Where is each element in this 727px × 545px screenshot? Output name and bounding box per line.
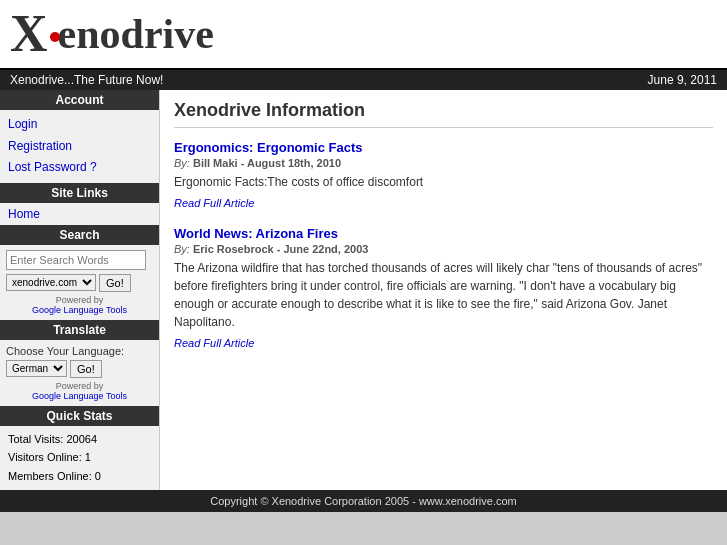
search-box: xenodrive.com Go! Powered by Google Lang…: [0, 245, 159, 320]
total-visits: Total Visits: 20064: [8, 430, 151, 449]
search-header: Search: [0, 225, 159, 245]
logo-x: X: [10, 8, 48, 60]
topbar: Xenodrive...The Future Now! June 9, 2011: [0, 70, 727, 90]
footer: Copyright © Xenodrive Corporation 2005 -…: [0, 490, 727, 512]
google-tools-link[interactable]: Google Language Tools: [32, 305, 127, 315]
members-online: Members Online: 0: [8, 467, 151, 486]
read-full-article-link-0[interactable]: Read Full Article: [174, 197, 254, 209]
article-item: Ergonomics: Ergonomic Facts By: Bill Mak…: [174, 140, 713, 210]
article-excerpt-0: Ergonomic Facts:The costs of office disc…: [174, 173, 713, 191]
translate-header: Translate: [0, 320, 159, 340]
account-links: Login Registration Lost Password ?: [0, 110, 159, 183]
home-link-container: Home: [0, 203, 159, 225]
visitors-online: Visitors Online: 1: [8, 448, 151, 467]
date: June 9, 2011: [648, 73, 717, 87]
article-read-more-0: Read Full Article: [174, 196, 713, 210]
search-powered-by: Powered by Google Language Tools: [6, 295, 153, 315]
search-input[interactable]: [6, 250, 146, 270]
google-language-tools-link[interactable]: Google Language Tools: [32, 391, 127, 401]
article-read-more-1: Read Full Article: [174, 336, 713, 350]
quick-stats: Total Visits: 20064 Visitors Online: 1 M…: [0, 426, 159, 490]
main-content: Xenodrive Information Ergonomics: Ergono…: [160, 90, 727, 490]
tagline: Xenodrive...The Future Now!: [10, 73, 163, 87]
main-divider: [174, 127, 713, 128]
article-excerpt-1: The Arizona wildfire that has torched th…: [174, 259, 713, 331]
read-full-article-link-1[interactable]: Read Full Article: [174, 337, 254, 349]
search-go-button[interactable]: Go!: [99, 274, 131, 292]
language-select[interactable]: German: [6, 360, 67, 377]
translate-powered-by: Powered by Google Language Tools: [6, 381, 153, 401]
registration-link[interactable]: Registration: [8, 136, 151, 158]
articles-list: Ergonomics: Ergonomic Facts By: Bill Mak…: [174, 140, 713, 350]
lost-password-link[interactable]: Lost Password ?: [8, 157, 151, 179]
footer-text: Copyright © Xenodrive Corporation 2005 -…: [210, 495, 516, 507]
search-site-select[interactable]: xenodrive.com: [6, 274, 96, 291]
home-link[interactable]: Home: [8, 207, 40, 221]
logo: X enodrive: [10, 8, 214, 60]
sidebar: Account Login Registration Lost Password…: [0, 90, 160, 490]
article-title-1: World News: Arizona Fires: [174, 226, 713, 241]
site-links-header: Site Links: [0, 183, 159, 203]
quick-stats-header: Quick Stats: [0, 406, 159, 426]
translate-go-button[interactable]: Go!: [70, 360, 102, 378]
logo-text: enodrive: [58, 10, 214, 58]
article-link-1[interactable]: World News: Arizona Fires: [174, 226, 338, 241]
article-byline-1: By: Eric Rosebrock - June 22nd, 2003: [174, 243, 713, 255]
article-byline-0: By: Bill Maki - August 18th, 2010: [174, 157, 713, 169]
logo-dot: [50, 32, 60, 42]
page-title: Xenodrive Information: [174, 100, 713, 121]
article-link-0[interactable]: Ergonomics: Ergonomic Facts: [174, 140, 363, 155]
choose-language-label: Choose Your Language:: [6, 345, 153, 357]
article-title-0: Ergonomics: Ergonomic Facts: [174, 140, 713, 155]
article-item: World News: Arizona Fires By: Eric Roseb…: [174, 226, 713, 350]
translate-box: Choose Your Language: German Go! Powered…: [0, 340, 159, 406]
login-link[interactable]: Login: [8, 114, 151, 136]
account-header: Account: [0, 90, 159, 110]
